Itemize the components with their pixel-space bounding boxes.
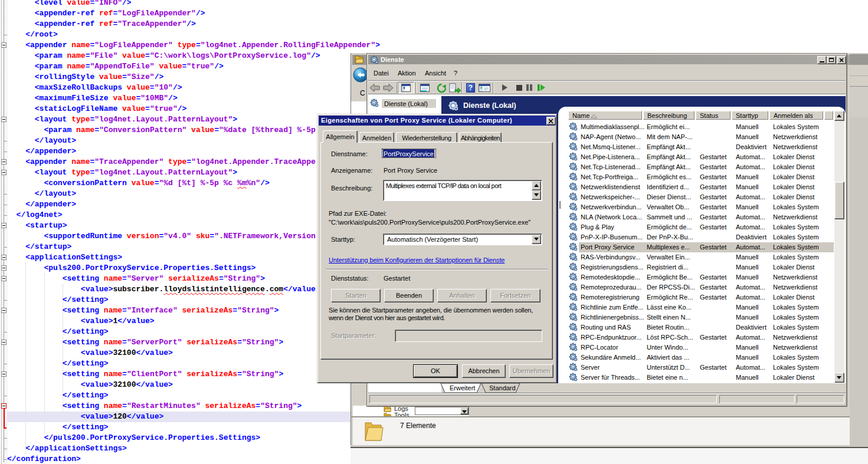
- svg-text:Standard: Standard: [489, 384, 516, 391]
- svg-text:Erweitert: Erweitert: [450, 384, 475, 391]
